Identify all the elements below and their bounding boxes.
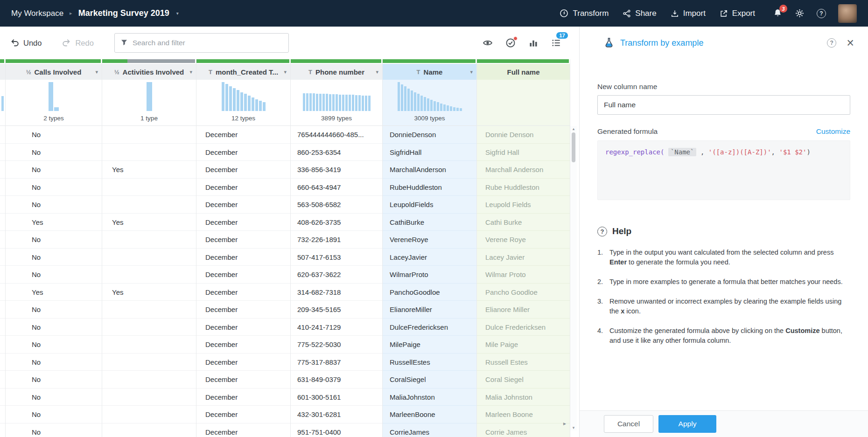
cell[interactable]: Yes bbox=[6, 284, 102, 301]
cell[interactable]: DulceFredericksen bbox=[383, 319, 476, 336]
search-input[interactable] bbox=[133, 39, 283, 47]
column-quality-bar[interactable] bbox=[0, 59, 4, 63]
cell[interactable]: Elianore Miller bbox=[477, 301, 570, 319]
column-stats-icon[interactable] bbox=[528, 38, 539, 48]
cell[interactable] bbox=[0, 266, 5, 284]
column-menu-caret-icon[interactable]: ▾ bbox=[470, 69, 473, 75]
cell[interactable]: CathiBurke bbox=[383, 214, 476, 231]
cell[interactable] bbox=[0, 161, 5, 179]
cell[interactable]: 660-643-4947 bbox=[291, 179, 382, 196]
cell[interactable] bbox=[102, 423, 196, 437]
cell[interactable] bbox=[102, 354, 196, 371]
cell[interactable] bbox=[102, 319, 196, 336]
column-histogram[interactable]: 1 type bbox=[102, 80, 196, 126]
cell[interactable] bbox=[0, 336, 5, 354]
cell[interactable]: December bbox=[196, 336, 290, 354]
cell[interactable]: No bbox=[6, 388, 102, 406]
close-icon[interactable]: × bbox=[847, 38, 854, 48]
cell[interactable]: Lacey Javier bbox=[477, 249, 570, 266]
cell[interactable]: DonnieDenson bbox=[383, 126, 476, 144]
column-header-name[interactable]: TName▾ bbox=[383, 64, 476, 80]
cell[interactable]: 432-301-6281 bbox=[291, 406, 382, 423]
cell[interactable]: Yes bbox=[6, 214, 102, 231]
cell[interactable] bbox=[102, 126, 196, 144]
cell[interactable] bbox=[0, 284, 5, 301]
cell[interactable] bbox=[0, 126, 5, 144]
cell[interactable]: Malia Johnston bbox=[477, 388, 570, 406]
cell[interactable]: Donnie Denson bbox=[477, 126, 570, 144]
scroll-up-icon[interactable]: ▴ bbox=[570, 126, 577, 131]
cell[interactable]: No bbox=[6, 144, 102, 161]
cell[interactable]: 631-849-0379 bbox=[291, 371, 382, 388]
preview-eye-icon[interactable] bbox=[483, 38, 493, 48]
cell[interactable]: MaliaJohnston bbox=[383, 388, 476, 406]
transform-button[interactable]: Transform bbox=[560, 9, 609, 18]
column-header-activities-involved[interactable]: ½Activities Involved▾ bbox=[102, 64, 196, 80]
cell[interactable]: 408-626-3735 bbox=[291, 214, 382, 231]
help-button[interactable]: ? bbox=[817, 9, 826, 18]
cell[interactable]: Corrie James bbox=[477, 423, 570, 437]
cell[interactable] bbox=[0, 231, 5, 249]
cell[interactable]: December bbox=[196, 371, 290, 388]
column-histogram[interactable]: 3009 types bbox=[383, 80, 476, 126]
cell[interactable]: 951-751-0400 bbox=[291, 423, 382, 437]
cell[interactable]: PanchoGoodloe bbox=[383, 284, 476, 301]
cell[interactable]: 775-317-8837 bbox=[291, 354, 382, 371]
cell[interactable]: December bbox=[196, 249, 290, 266]
cell[interactable] bbox=[102, 249, 196, 266]
customize-link[interactable]: Customize bbox=[816, 127, 850, 136]
cell[interactable]: Mile Paige bbox=[477, 336, 570, 354]
cell[interactable]: 563-508-6582 bbox=[291, 196, 382, 214]
cell[interactable] bbox=[102, 144, 196, 161]
project-caret-icon[interactable]: ▾ bbox=[176, 11, 179, 16]
cell[interactable]: VereneRoye bbox=[383, 231, 476, 249]
avatar[interactable] bbox=[838, 4, 857, 23]
cell[interactable]: December bbox=[196, 284, 290, 301]
cell[interactable]: December bbox=[196, 388, 290, 406]
data-quality-icon[interactable] bbox=[505, 38, 516, 48]
cell[interactable]: RubeHuddleston bbox=[383, 179, 476, 196]
cell[interactable]: December bbox=[196, 214, 290, 231]
cell[interactable]: No bbox=[6, 231, 102, 249]
column-histogram[interactable]: 3899 types bbox=[291, 80, 382, 126]
breadcrumb-workspace[interactable]: My Workspace bbox=[11, 9, 63, 18]
cell[interactable] bbox=[102, 388, 196, 406]
cell[interactable]: Dulce Fredericksen bbox=[477, 319, 570, 336]
cell[interactable]: Marleen Boone bbox=[477, 406, 570, 423]
column-menu-caret-icon[interactable]: ▾ bbox=[376, 69, 378, 75]
cell[interactable]: WilmarProto bbox=[383, 266, 476, 284]
cell[interactable]: No bbox=[6, 266, 102, 284]
cell[interactable]: December bbox=[196, 423, 290, 437]
cell[interactable]: No bbox=[6, 161, 102, 179]
cell[interactable]: Yes bbox=[102, 284, 196, 301]
cell[interactable]: December bbox=[196, 354, 290, 371]
column-histogram[interactable] bbox=[477, 80, 570, 126]
cell[interactable]: Leupold Fields bbox=[477, 196, 570, 214]
cell[interactable]: No bbox=[6, 249, 102, 266]
cell[interactable] bbox=[0, 249, 5, 266]
cell[interactable]: SigfridHall bbox=[383, 144, 476, 161]
cell[interactable]: No bbox=[6, 371, 102, 388]
cell[interactable] bbox=[0, 319, 5, 336]
cell[interactable]: CorrieJames bbox=[383, 423, 476, 437]
cell[interactable]: December bbox=[196, 301, 290, 319]
column-histogram[interactable]: 12 types bbox=[196, 80, 290, 126]
column-menu-caret-icon[interactable]: ▾ bbox=[95, 69, 98, 75]
cell[interactable]: 620-637-3622 bbox=[291, 266, 382, 284]
cell[interactable]: 507-417-6153 bbox=[291, 249, 382, 266]
cell[interactable] bbox=[102, 336, 196, 354]
cell[interactable]: Wilmar Proto bbox=[477, 266, 570, 284]
share-button[interactable]: Share bbox=[623, 9, 656, 18]
cell[interactable]: No bbox=[6, 301, 102, 319]
column-menu-caret-icon[interactable]: ▾ bbox=[189, 69, 192, 75]
cell[interactable] bbox=[0, 354, 5, 371]
cell[interactable]: 775-522-5030 bbox=[291, 336, 382, 354]
settings-gear-icon[interactable] bbox=[795, 8, 805, 18]
cell[interactable]: December bbox=[196, 196, 290, 214]
cell[interactable]: 209-345-5165 bbox=[291, 301, 382, 319]
cell[interactable]: RussellEstes bbox=[383, 354, 476, 371]
notifications-button[interactable]: 3 bbox=[773, 8, 783, 18]
cell[interactable]: 314-682-7318 bbox=[291, 284, 382, 301]
cell[interactable]: Sigfrid Hall bbox=[477, 144, 570, 161]
cell[interactable]: December bbox=[196, 231, 290, 249]
